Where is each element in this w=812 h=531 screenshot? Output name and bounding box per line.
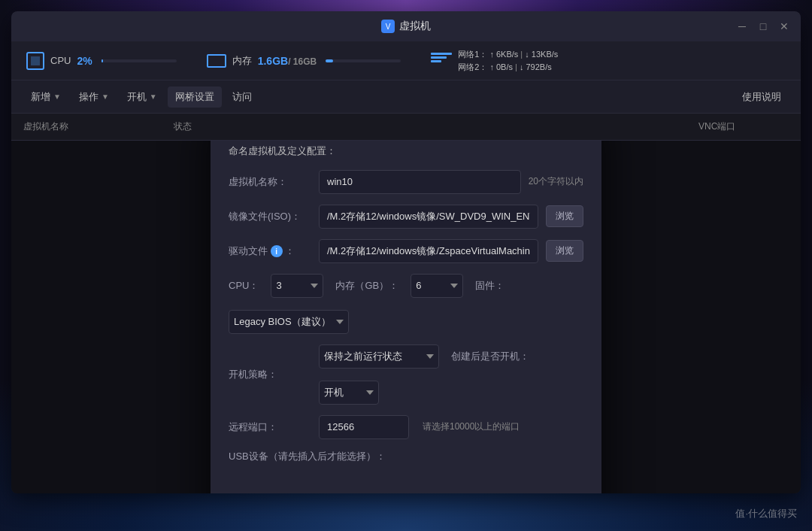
cpu-label: CPU: [50, 55, 71, 66]
power-button[interactable]: 开机 ▼: [120, 86, 165, 108]
memory-gb-label: 内存（GB）：: [335, 279, 398, 293]
autostart-label: 创建后是否开机：: [451, 350, 529, 363]
network-icon: [431, 53, 452, 69]
iso-label: 镜像文件(ISO)：: [229, 210, 311, 223]
power-chevron: ▼: [150, 93, 157, 101]
restore-button[interactable]: □: [756, 19, 771, 34]
autostart-select[interactable]: 开机 不开机: [319, 381, 379, 405]
iso-input[interactable]: [319, 205, 538, 229]
watermark: 值·什么值得买: [735, 507, 797, 520]
new-chevron: ▼: [53, 93, 61, 101]
firmware-label: 固件：: [475, 279, 504, 293]
memory-progress-bar: [326, 59, 401, 62]
toolbar: 新增 ▼ 操作 ▼ 开机 ▼ 网桥设置 访问 使用说明: [11, 80, 801, 114]
col-vnc: VNC端口: [698, 120, 789, 133]
title-bar: V 虚拟机 ─ □ ✕: [11, 11, 801, 41]
iso-row: 镜像文件(ISO)： 浏览: [229, 205, 583, 229]
network2-line: 网络2： ↑ 0B/s | ↓ 792B/s: [458, 62, 558, 73]
iso-browse-button[interactable]: 浏览: [546, 205, 583, 227]
memory-label: 内存: [232, 54, 252, 68]
driver-input[interactable]: [319, 239, 538, 263]
port-hint: 请选择10000以上的端口: [423, 420, 520, 433]
memory-select[interactable]: 6 2 4 8 16 32: [411, 274, 463, 298]
operation-button[interactable]: 操作 ▼: [71, 86, 117, 108]
cpu-label: CPU：: [229, 279, 259, 293]
startup-group: 保持之前运行状态 自动开机 不自动开机 创建后是否开机： 开机 不开机: [319, 344, 583, 405]
usb-label: USB设备（请先插入后才能选择）：: [229, 450, 386, 463]
new-button[interactable]: 新增 ▼: [23, 86, 68, 108]
memory-status: 内存 1.6GB/ 16GB: [207, 54, 401, 68]
network1-line: 网络1： ↑ 6KB/s | ↓ 13KB/s: [458, 49, 558, 60]
firmware-select[interactable]: Legacy BIOS（建议） UEFI: [229, 310, 349, 334]
cpu-progress-fill: [102, 59, 103, 62]
port-label: 远程端口：: [229, 420, 311, 434]
cpu-select[interactable]: 3 1 2 4 6 8: [271, 274, 323, 298]
startup-select[interactable]: 保持之前运行状态 自动开机 不自动开机: [319, 344, 439, 369]
cpu-progress-bar: [102, 59, 177, 62]
startup-label: 开机策略：: [229, 368, 311, 381]
ram-icon: [207, 54, 226, 68]
app-icon: V: [381, 20, 395, 33]
port-row: 远程端口： 请选择10000以上的端口: [229, 415, 583, 439]
app-title: 虚拟机: [399, 20, 431, 33]
network-settings-button[interactable]: 网桥设置: [168, 86, 222, 108]
cpu-mem-firmware-group: CPU： 3 1 2 4 6 8 内存（GB）： 6: [229, 274, 583, 334]
modal-body: 命名虚拟机及定义配置： 虚拟机名称： 20个字符以内 镜像文件(ISO)： 浏览: [211, 141, 601, 489]
modal-overlay: 新建虚拟机 ✕ 命名虚拟机及定义配置： 虚拟机名称： 20个字符以内 镜像文件(…: [11, 141, 801, 493]
close-button[interactable]: ✕: [777, 19, 792, 34]
access-button[interactable]: 访问: [225, 86, 259, 108]
window-controls: ─ □ ✕: [735, 19, 792, 34]
section-title: 命名虚拟机及定义配置：: [229, 144, 583, 158]
cpu-mem-firmware-row: CPU： 3 1 2 4 6 8 内存（GB）： 6: [229, 274, 583, 334]
cpu-icon: [26, 52, 44, 70]
memory-progress-fill: [326, 59, 333, 62]
minimize-button[interactable]: ─: [735, 19, 750, 34]
memory-value: 1.6GB/ 16GB: [258, 55, 317, 67]
usb-row: USB设备（请先插入后才能选择）：: [229, 450, 583, 463]
vm-name-input[interactable]: [319, 170, 521, 194]
network-status: 网络1： ↑ 6KB/s | ↓ 13KB/s 网络2： ↑ 0B/s | ↓ …: [431, 49, 558, 73]
driver-browse-button[interactable]: 浏览: [546, 240, 583, 262]
table-header: 虚拟机名称 状态 VNC端口: [11, 114, 801, 141]
main-content: 新建虚拟机 ✕ 命名虚拟机及定义配置： 虚拟机名称： 20个字符以内 镜像文件(…: [11, 141, 801, 493]
driver-row: 驱动文件 i ： 浏览: [229, 239, 583, 263]
cpu-value: 2%: [77, 55, 92, 67]
create-vm-modal: 新建虚拟机 ✕ 命名虚拟机及定义配置： 虚拟机名称： 20个字符以内 镜像文件(…: [211, 141, 601, 493]
vm-name-label: 虚拟机名称：: [229, 175, 311, 189]
driver-info-icon[interactable]: i: [271, 245, 283, 257]
col-vm-name: 虚拟机名称: [23, 120, 174, 133]
vm-name-hint: 20个字符以内: [529, 175, 583, 188]
vm-name-row: 虚拟机名称： 20个字符以内: [229, 170, 583, 194]
startup-row: 开机策略： 保持之前运行状态 自动开机 不自动开机 创建后是否开机： 开机 不开…: [229, 344, 583, 405]
network-info: 网络1： ↑ 6KB/s | ↓ 13KB/s 网络2： ↑ 0B/s | ↓ …: [458, 49, 558, 73]
help-button[interactable]: 使用说明: [735, 86, 789, 108]
app-window: V 虚拟机 ─ □ ✕ CPU 2% 内存 1.6GB/ 16GB: [11, 11, 801, 493]
cpu-status: CPU 2%: [26, 52, 177, 70]
driver-label: 驱动文件 i ：: [229, 244, 311, 258]
col-status: 状态: [174, 120, 264, 133]
status-bar: CPU 2% 内存 1.6GB/ 16GB: [11, 41, 801, 80]
modal-footer: 上一步 下一步: [211, 489, 601, 494]
port-input[interactable]: [319, 415, 409, 439]
operation-chevron: ▼: [102, 93, 109, 101]
app-title-group: V 虚拟机: [381, 20, 431, 33]
